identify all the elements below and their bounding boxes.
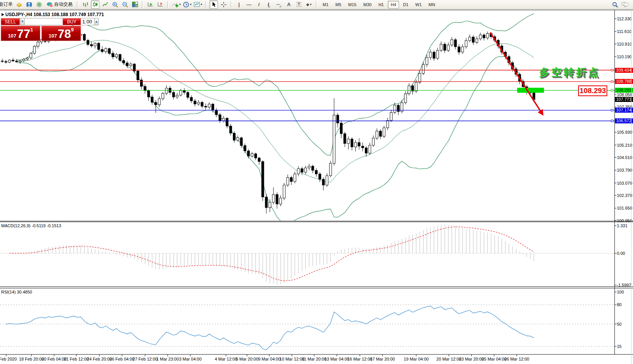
- signal-icon[interactable]: [35, 0, 43, 9]
- indicators-button[interactable]: ▾: [171, 0, 181, 9]
- macd-label: MACD(12,26,9) -0.5119 -0.1513: [1, 223, 61, 228]
- equidistant-channel-tool[interactable]: //E: [265, 0, 273, 9]
- buy-price-sup: 9: [71, 27, 74, 33]
- buy-price-prefix: 107: [49, 33, 57, 39]
- time-axis-label: 27 Feb 12:00: [133, 357, 158, 361]
- annotation-trend-arrow[interactable]: [490, 33, 542, 114]
- price-axis-tick: 110.190: [617, 54, 632, 59]
- sell-price-sup: 1: [30, 27, 33, 33]
- timeframe-H4[interactable]: H4: [388, 1, 399, 8]
- buy-button[interactable]: BUY: [63, 18, 81, 25]
- rsi-axis-tick: 50: [617, 322, 621, 327]
- buy-price-button[interactable]: 107 78 9: [41, 26, 81, 41]
- timeframe-W1[interactable]: W1: [413, 1, 425, 8]
- auto-scroll-button[interactable]: [146, 0, 155, 9]
- annotation-price-callout[interactable]: 108.293: [578, 85, 607, 96]
- price-axis-tick: 100.950: [617, 218, 632, 223]
- templates-button[interactable]: ▾: [193, 0, 203, 9]
- time-axis-label: 21 Feb 12:00: [64, 357, 89, 361]
- time-axis-label: 9 Mar 04:00: [258, 357, 281, 361]
- macd-indicator: [0, 225, 615, 284]
- timeframe-M15[interactable]: M15: [346, 1, 359, 8]
- timeframe-M1[interactable]: M1: [320, 1, 331, 8]
- zoom-out-button[interactable]: [121, 0, 129, 9]
- timeframe-group: M1M5M15M30H1H4D1W1MN: [319, 1, 438, 8]
- sell-price-prefix: 107: [8, 33, 16, 39]
- new-order-button[interactable]: 新订单: [0, 1, 14, 8]
- time-axis-label: 11 Mar 20:00: [302, 357, 326, 361]
- time-axis-label: 26 Mar 12:00: [504, 357, 529, 361]
- chart-area[interactable]: USDJPY-,H4 108.153 108.188 107.749 107.7…: [0, 9, 633, 364]
- separator: [77, 1, 78, 8]
- chart-shift-button[interactable]: [156, 0, 165, 9]
- crosshair-tool-button[interactable]: [219, 0, 228, 9]
- search-icon[interactable]: [611, 0, 619, 9]
- one-click-trading-panel: SELL ▼ ▲ BUY 107 77 1 107 78 9: [1, 18, 81, 41]
- vertical-line-tool[interactable]: |: [235, 0, 243, 9]
- autotrading-button[interactable]: 自动交易: [45, 0, 74, 9]
- favorites-icon[interactable]: [15, 0, 23, 9]
- tile-windows-button[interactable]: [131, 0, 139, 9]
- price-axis-tick: 108.050: [617, 92, 632, 97]
- volume-increase-button[interactable]: ▲: [94, 18, 99, 25]
- price-axis-tick: 103.070: [617, 181, 632, 186]
- price-axis-tick: 104.510: [617, 155, 632, 160]
- timeframe-M5[interactable]: M5: [333, 1, 344, 8]
- price-axis-tick: 105.930: [617, 130, 632, 135]
- time-axis-label: 17 Mar 20:00: [370, 357, 395, 361]
- annotation-note-text[interactable]: 多空转折点: [539, 66, 600, 79]
- chat-icon[interactable]: [621, 0, 629, 9]
- rsi-axis-tick: 100: [617, 290, 624, 295]
- time-axis-label: 10 Mar 12:00: [280, 357, 305, 361]
- separator: [231, 1, 232, 8]
- chevron-down-icon: ▾: [190, 3, 191, 6]
- timeframe-D1[interactable]: D1: [401, 1, 411, 8]
- volume-input[interactable]: [25, 18, 94, 25]
- timeframe-H1[interactable]: H1: [376, 1, 386, 8]
- separator: [142, 1, 143, 8]
- sell-price-big: 77: [17, 28, 30, 40]
- line-chart-type-button[interactable]: [101, 0, 109, 9]
- time-axis-label: 16 Mar 12:00: [348, 357, 373, 361]
- chevron-down-icon: ▾: [179, 3, 181, 6]
- mql5-community-icon[interactable]: [25, 0, 33, 9]
- current-bid-badge: 107.771: [615, 97, 633, 102]
- timeframe-M30[interactable]: M30: [361, 1, 374, 8]
- time-axis-label: 25 Mar 04:00: [482, 357, 507, 361]
- periods-button[interactable]: ▾: [183, 0, 192, 9]
- price-chart-canvas: [0, 0, 633, 364]
- trendline-tool[interactable]: /: [255, 0, 263, 9]
- timeframe-MN[interactable]: MN: [426, 1, 438, 8]
- one-click-collapse-icon[interactable]: [2, 13, 4, 16]
- price-axis-tick: 110.910: [617, 42, 632, 47]
- horizontal-line-tool[interactable]: —: [245, 0, 253, 9]
- price-axis-tick: 112.330: [617, 16, 632, 21]
- cursor-tool-button[interactable]: [209, 0, 218, 9]
- volume-decrease-button[interactable]: ▼: [20, 18, 25, 25]
- candlestick-chart-type-button[interactable]: [91, 0, 99, 9]
- price-line-badge: 107.174: [615, 108, 633, 113]
- time-axis-label: 5 Mar 20:00: [236, 357, 259, 361]
- macd-axis-tick: -1.5997: [617, 283, 631, 288]
- price-axis-tick: 105.210: [617, 143, 632, 148]
- fibonacci-tool[interactable]: ┄┄F: [275, 0, 283, 9]
- buy-price-big: 78: [58, 28, 71, 40]
- price-line-badge: 108.293: [615, 88, 633, 93]
- arrows-tool[interactable]: ◆▾: [305, 0, 313, 9]
- sell-price-button[interactable]: 107 77 1: [1, 26, 40, 41]
- price-line-badge: 106.572: [615, 118, 633, 123]
- zoom-in-button[interactable]: [111, 0, 119, 9]
- bollinger-bands: [16, 14, 534, 222]
- mt4-window: 新订单 自动交易: [0, 0, 633, 364]
- time-axis-label: 19 Mar 04:00: [404, 357, 429, 361]
- text-label-tool[interactable]: T: [295, 0, 303, 9]
- bar-chart-type-button[interactable]: [81, 0, 89, 9]
- annotation-highlight-rect[interactable]: [517, 88, 544, 93]
- time-axis-label: 1 Mar 23:00: [157, 357, 179, 361]
- time-axis-label: 20 Mar 12:00: [437, 357, 462, 361]
- toolbar: 新订单 自动交易: [0, 0, 633, 9]
- sell-button[interactable]: SELL: [1, 18, 20, 25]
- price-axis-tick: 103.790: [617, 168, 632, 173]
- text-tool[interactable]: A: [285, 0, 293, 9]
- time-axis-label: 26 Feb 04:00: [110, 357, 135, 361]
